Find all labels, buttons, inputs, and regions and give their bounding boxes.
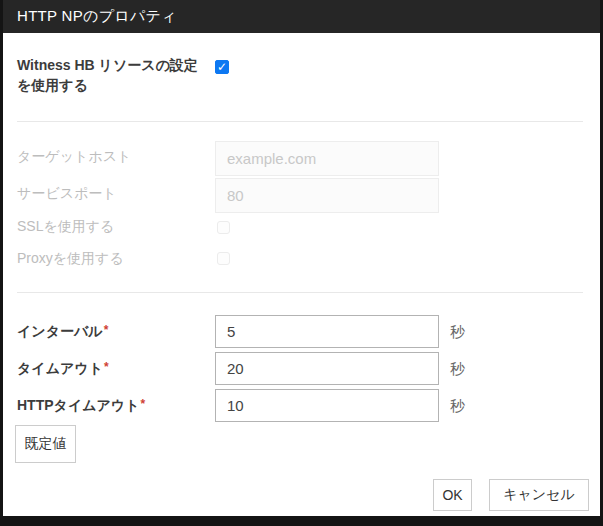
required-asterisk: * <box>104 360 109 374</box>
use-ssl-checkbox <box>217 221 230 234</box>
screen: { "icons": { "checkmark": "✓" }, "colors… <box>0 0 603 526</box>
dialog-titlebar: HTTP NPのプロパティ <box>3 0 600 33</box>
section-divider-bottom <box>17 292 583 293</box>
interval-unit: 秒 <box>450 323 465 342</box>
use-proxy-label: Proxyを使用する <box>17 250 124 268</box>
use-ssl-label: SSLを使用する <box>17 218 114 236</box>
required-asterisk: * <box>104 323 109 337</box>
interval-label: インターバル* <box>17 323 108 341</box>
service-port-label: サービスポート <box>17 185 117 203</box>
http-timeout-unit: 秒 <box>450 397 465 416</box>
target-host-label: ターゲットホスト <box>17 148 131 166</box>
timeout-input[interactable] <box>215 352 439 385</box>
witness-hb-label: Witness HB リソースの設定を使用する <box>17 55 207 95</box>
dialog-title: HTTP NPのプロパティ <box>17 7 177 26</box>
http-timeout-label: HTTPタイムアウト* <box>17 397 145 415</box>
service-port-input <box>215 178 439 213</box>
section-divider-top <box>17 121 583 122</box>
required-asterisk: * <box>141 397 146 411</box>
http-np-properties-dialog: HTTP NPのプロパティ Witness HB リソースの設定を使用する ✓ … <box>3 0 600 516</box>
cancel-button[interactable]: キャンセル <box>489 479 589 511</box>
ok-button[interactable]: OK <box>433 479 472 511</box>
interval-input[interactable] <box>215 315 439 348</box>
default-values-button[interactable]: 既定値 <box>15 425 76 463</box>
checkmark-icon: ✓ <box>217 61 227 73</box>
use-proxy-checkbox <box>217 252 230 265</box>
timeout-label: タイムアウト* <box>17 360 109 378</box>
witness-hb-checkbox[interactable]: ✓ <box>215 60 229 74</box>
http-timeout-input[interactable] <box>215 389 439 422</box>
target-host-input <box>215 141 439 176</box>
timeout-unit: 秒 <box>450 360 465 379</box>
